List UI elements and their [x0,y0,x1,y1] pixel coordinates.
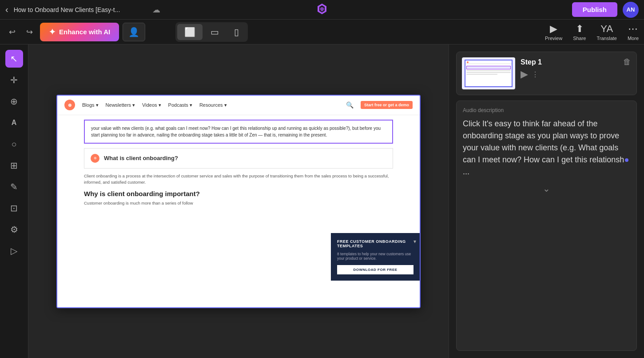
main-area: ↖ ✛ ⊕ A ○ ⊞ ✎ ⊡ ⚙ ▷ ⊛ Blogs ▾ Newsletter… [0,44,644,358]
nav-newsletters: Newsletters ▾ [106,102,135,108]
translate-icon: YA [600,23,613,35]
nav-search-icon: 🔍 [346,101,354,109]
step-header: Step 1 🗑 [521,57,631,67]
step-more-button[interactable]: ⋮ [532,68,540,80]
share-icon: ⬆ [576,23,584,35]
publish-button[interactable]: Publish [572,2,617,17]
audio-description-text: Click It's easy to think far ahead of th… [463,118,630,178]
top-bar: ‹ How to Onboard New Clients [Easy-t... … [0,0,644,20]
step-thumbnail [462,57,515,89]
what-is-title: What is client onboarding? [104,155,178,161]
popup-title: FREE CUSTOMER ONBOARDING TEMPLATES [337,239,413,248]
expand-audio-button[interactable]: ⌄ [543,183,550,194]
toolbar-right-actions: ▶ Preview ⬆ Share YA Translate ⋯ More [545,23,639,41]
step-actions: ▶ ⋮ [521,68,631,80]
translate-button[interactable]: YA Translate [596,23,616,41]
translate-label: Translate [596,36,616,41]
nav-blogs: Blogs ▾ [82,102,99,108]
more-icon: ⋯ [628,23,638,35]
move-tool[interactable]: ✛ [5,71,23,89]
what-is-box: ⊛ What is client onboarding? [84,148,393,169]
cursor-tool[interactable]: ↖ [5,50,23,68]
video-tool[interactable]: ▷ [5,242,23,260]
delete-step-button[interactable]: 🗑 [623,57,631,67]
popup-download-button[interactable]: DOWNLOAD FOR FREE [337,265,413,274]
share-label: Share [573,36,586,41]
enhance-with-ai-button[interactable]: ✦ Enhance with AI [40,23,119,41]
highlighted-text: your value with new clients (e.g. what g… [91,125,386,138]
nav-podcasts: Podcasts ▾ [168,102,192,108]
app-logo [314,2,330,18]
cursor-dot [625,158,628,162]
left-sidebar: ↖ ✛ ⊕ A ○ ⊞ ✎ ⊡ ⚙ ▷ [0,44,28,358]
back-button[interactable]: ‹ [5,4,8,15]
more-label: More [628,36,639,41]
enhance-label: Enhance with AI [59,28,110,36]
paint-tool[interactable]: ✎ [5,178,23,196]
step-card: Step 1 🗑 ▶ ⋮ [456,52,637,95]
document-title: How to Onboard New Clients [Easy-t... [14,6,147,13]
share-button[interactable]: ⬆ Share [573,23,586,41]
presenter-button[interactable]: 👤 [123,23,145,41]
mobile-view-button[interactable]: ▯ [227,24,246,40]
section-heading: Why is client onboarding important? [84,190,393,197]
slide-frame: ⊛ Blogs ▾ Newsletters ▾ Videos ▾ Podcast… [56,95,421,308]
more-options-button[interactable]: ⋯ More [628,23,639,41]
highlighted-paragraph: your value with new clients (e.g. what g… [84,120,393,144]
play-step-button[interactable]: ▶ [521,68,528,80]
expand-button-container: ⌄ [463,183,630,194]
preview-icon: ▶ [550,23,557,35]
hubspot-main-content: your value with new clients (e.g. what g… [57,115,420,207]
undo-button[interactable]: ↩ [5,25,19,39]
enhance-sparkle-icon: ✦ [49,27,56,37]
preview-button[interactable]: ▶ Preview [545,23,562,41]
slide-content: ⊛ Blogs ▾ Newsletters ▾ Videos ▾ Podcast… [57,96,420,307]
hubspot-logo: ⊛ [64,100,75,110]
text-tool[interactable]: A [5,114,23,132]
grid-tool[interactable]: ⊞ [5,157,23,174]
step-label: Step 1 [521,58,542,66]
components-tool[interactable]: ⚙ [5,221,23,238]
step-info: Step 1 🗑 ▶ ⋮ [521,57,631,80]
zoom-tool[interactable]: ⊕ [5,93,23,110]
toolbar: ↩ ↪ ✦ Enhance with AI 👤 ⬜ ▭ ▯ ▶ Preview … [0,20,644,44]
popup-box: ▾ FREE CUSTOMER ONBOARDING TEMPLATES 8 t… [331,233,420,281]
popup-description: 8 templates to help your new customers u… [337,252,413,261]
right-panel: Step 1 🗑 ▶ ⋮ Audio description Click It'… [449,44,644,358]
section-body: Customer onboarding is much more than a … [84,200,393,206]
nav-cta: Start free or get a demo [361,101,413,109]
audio-description-title: Audio description [463,107,630,113]
audio-description-section: Audio description Click It's easy to thi… [456,101,637,351]
popup-toggle-icon: ▾ [413,238,416,245]
shape-tool[interactable]: ○ [5,135,23,153]
body-text: Client onboarding is a process at the in… [84,173,393,186]
redo-button[interactable]: ↪ [23,25,36,39]
hubspot-nav: ⊛ Blogs ▾ Newsletters ▾ Videos ▾ Podcast… [57,96,420,115]
tablet-view-button[interactable]: ▭ [203,24,226,40]
user-avatar[interactable]: AN [623,2,639,18]
nav-resources: Resources ▾ [199,102,227,108]
preview-label: Preview [545,36,562,41]
canvas-area[interactable]: ⊛ Blogs ▾ Newsletters ▾ Videos ▾ Podcast… [28,44,449,358]
nav-videos: Videos ▾ [142,102,161,108]
what-is-hubspot-icon: ⊛ [91,154,99,163]
view-mode-selector: ⬜ ▭ ▯ [175,22,248,42]
frame-tool[interactable]: ⊡ [5,199,23,217]
save-status-icon: ☁ [152,5,160,15]
desktop-view-button[interactable]: ⬜ [177,24,203,40]
